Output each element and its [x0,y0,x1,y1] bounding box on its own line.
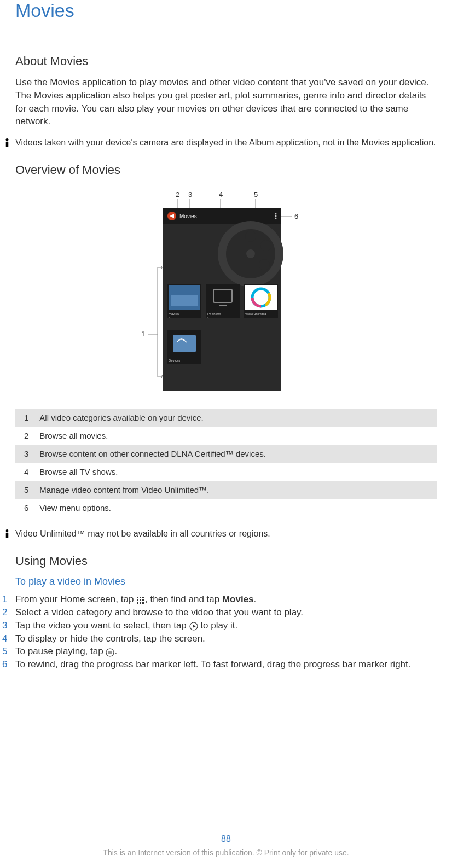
callout-5: 5 [254,190,258,199]
warning-text: Videos taken with your device's camera a… [15,137,436,149]
warning-icon [2,529,12,541]
svg-rect-45 [137,597,138,598]
svg-rect-57 [111,651,112,654]
apps-grid-icon [136,596,145,604]
svg-point-0 [6,138,9,141]
step-num: 6 [2,658,15,671]
footer: 88 This is an Internet version of this p… [0,834,452,857]
svg-point-43 [6,529,9,532]
callout-2: 2 [176,190,179,199]
step-text: To rewind, drag the progress bar marker … [15,658,411,671]
step-num: 2 [2,606,15,619]
main-title: Movies [15,0,437,21]
step-text: Select a video category and browse to th… [15,606,303,619]
play-heading: To play a video in Movies [15,576,437,587]
step-text: Tap the video you want to select, then t… [15,619,237,632]
step-num: 1 [2,593,15,606]
callout-1: 1 [141,330,145,338]
about-title: About Movies [15,54,437,68]
step-row: 4 To display or hide the controls, tap t… [2,632,437,645]
table-row: 2Browse all movies. [15,427,437,445]
svg-rect-53 [142,602,144,604]
step-num: 4 [2,632,15,645]
step-row: 2 Select a video category and browse to … [2,606,437,619]
svg-point-29 [259,259,270,270]
using-title: Using Movies [15,554,437,568]
svg-rect-52 [140,602,141,604]
step-row: 1 From your Home screen, tap , then find… [2,593,437,606]
svg-rect-56 [109,651,110,654]
tile-video-unlimited-label: Video Unlimited [245,312,266,316]
step-text: From your Home screen, tap , then find a… [15,593,256,606]
svg-rect-50 [142,599,144,601]
step-num: 5 [2,645,15,658]
page-number: 88 [0,834,452,844]
about-text: Use the Movies application to play movie… [15,76,437,128]
svg-rect-42 [173,335,196,352]
steps-list: 1 From your Home screen, tap , then find… [2,593,437,671]
callout-3: 3 [188,190,192,199]
table-row: 1All video categories available on your … [15,409,437,427]
overview-table: 1All video categories available on your … [15,409,437,517]
footer-note: This is an Internet version of this publ… [0,848,452,857]
step-num: 3 [2,619,15,632]
svg-rect-47 [142,597,144,598]
svg-point-23 [275,218,277,219]
svg-point-21 [275,213,277,215]
play-circle-icon [189,621,198,630]
step-text: To display or hide the controls, tap the… [15,632,205,645]
warning-text: Video Unlimited™ may not be available in… [15,528,270,540]
svg-rect-44 [6,533,9,538]
callout-6: 6 [294,212,298,220]
svg-rect-51 [137,602,138,604]
step-row: 5 To pause playing, tap . [2,645,437,658]
screenshot-header: Movies [179,213,197,219]
step-text: To pause playing, tap . [15,645,117,658]
tile-movies-label: Movies [169,312,179,316]
warning-block-2: Video Unlimited™ may not be available in… [2,528,437,541]
warning-block-1: Videos taken with your device's camera a… [2,137,437,150]
table-row: 4Browse all TV shows. [15,463,437,481]
overview-screenshot: 2 3 4 5 6 1 [15,188,437,393]
pause-circle-icon [106,648,114,656]
svg-rect-48 [137,599,138,601]
tile-devices-label: Devices [169,359,180,362]
svg-point-28 [260,240,271,251]
table-row: 5Manage video content from Video Unlimit… [15,481,437,499]
table-row: 3Browse content on other connected DLNA … [15,445,437,463]
svg-rect-32 [171,295,198,306]
callout-4: 4 [219,190,223,199]
svg-rect-1 [6,142,9,147]
svg-rect-49 [140,599,141,601]
svg-point-55 [106,649,114,656]
step-row: 3 Tap the video you want to select, then… [2,619,437,632]
tile-tvshows-label: TV shows [207,312,221,316]
warning-icon [2,138,12,150]
svg-point-26 [246,249,255,258]
table-row: 6View menu options. [15,499,437,517]
overview-title: Overview of Movies [15,163,437,177]
svg-point-27 [245,231,256,242]
svg-point-22 [275,215,277,217]
step-row: 6 To rewind, drag the progress bar marke… [2,658,437,671]
svg-rect-46 [140,597,141,598]
